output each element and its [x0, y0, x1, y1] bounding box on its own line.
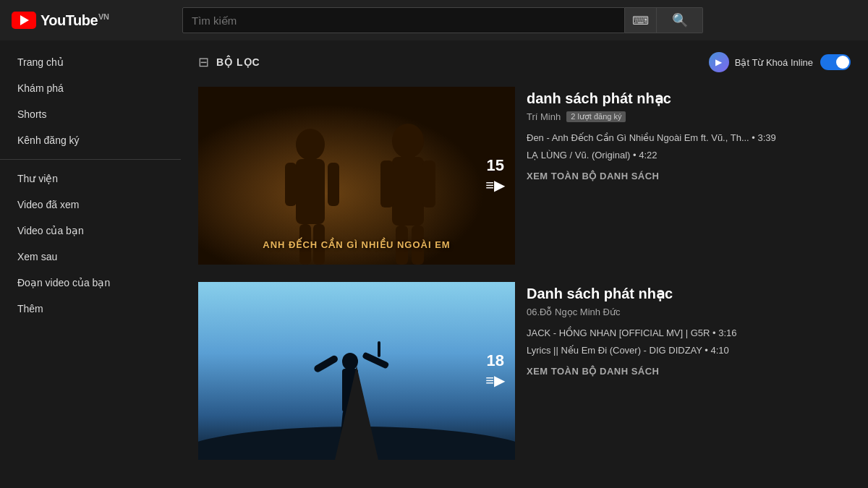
sidebar-item-xem-sau[interactable]: Xem sau: [0, 244, 181, 270]
yt-play-icon: [12, 12, 36, 29]
header: YouTubeVN ⌨ 🔍: [0, 0, 868, 40]
svg-point-15: [342, 353, 358, 370]
search-bar: [182, 7, 625, 33]
svg-rect-4: [328, 163, 339, 206]
toggle-knob: [836, 56, 849, 69]
count-number-2: 18: [486, 353, 503, 369]
playlist-title-2[interactable]: Danh sách phát nhạc: [527, 285, 851, 302]
svg-rect-2: [296, 159, 325, 224]
channel-row-2: 06.Đỗ Ngọc Minh Đức: [527, 307, 851, 317]
youtube-logo[interactable]: YouTubeVN: [12, 12, 109, 29]
filter-icon: ⊟: [198, 54, 209, 70]
track-item-2-1: Lyrics || Nếu Em Đi (Cover) - DIG DIDZAY…: [527, 343, 851, 358]
inline-badge: ▶ Bật Từ Khoá Inline: [709, 52, 813, 72]
inline-toggle[interactable]: [820, 54, 851, 70]
sidebar: Trang chủ Khám phá Shorts Kênh đăng ký T…: [0, 40, 181, 488]
play-triangle: [20, 15, 29, 25]
svg-rect-10: [422, 160, 435, 207]
svg-rect-19: [378, 341, 380, 357]
sidebar-item-kenh-dang-ky[interactable]: Kênh đăng ký: [0, 127, 181, 153]
playlist-icon-2: ≡▶: [485, 372, 505, 389]
thumb-overlay-text-1: ANH ĐẾCH CẦN GÌ NHIỀU NGOÀI EM: [198, 239, 515, 250]
keyboard-icon: ⌨: [632, 14, 649, 27]
thumb-image-1: [198, 87, 515, 265]
sidebar-item-video-cua-ban[interactable]: Video của bạn: [0, 218, 181, 244]
filter-label: BỘ LỌC: [216, 56, 260, 68]
channel-row-1: Trí Minh 2 lượt đăng ký: [527, 111, 851, 122]
track-item-1-0: Đen - Anh Đếch Cần Gì Nhiều Ngoài Em ft.…: [527, 131, 851, 145]
subscriber-badge-1: 2 lượt đăng ký: [566, 111, 626, 122]
search-input[interactable]: [192, 14, 616, 27]
keyboard-button[interactable]: ⌨: [625, 7, 657, 33]
thumbnail-2[interactable]: 18 ≡▶: [198, 282, 515, 460]
svg-rect-9: [380, 160, 393, 207]
thumb-image-2: [198, 282, 515, 460]
view-all-btn-1[interactable]: XEM TOÀN BỘ DANH SÁCH: [527, 171, 851, 181]
svg-rect-16: [342, 369, 358, 412]
sidebar-item-video-da-xem[interactable]: Video đã xem: [0, 192, 181, 218]
playlist-info-1: danh sách phát nhạc Trí Minh 2 lượt đăng…: [527, 87, 851, 265]
sidebar-item-kham-pha[interactable]: Khám phá: [0, 75, 181, 101]
search-button[interactable]: 🔍: [657, 7, 703, 33]
count-number-1: 15: [486, 158, 503, 174]
svg-rect-3: [285, 163, 297, 206]
svg-point-1: [296, 129, 325, 160]
track-item-2-0: JACK - HỒNG NHAN [OFFICIAL MV] | G5R • 3…: [527, 326, 851, 341]
view-all-btn-2[interactable]: XEM TOÀN BỘ DANH SÁCH: [527, 366, 851, 377]
playlist-count-1: 15 ≡▶: [485, 158, 505, 194]
sidebar-divider-1: [0, 159, 181, 160]
sidebar-item-them[interactable]: Thêm: [0, 296, 181, 322]
sidebar-item-thu-vien[interactable]: Thư viện: [0, 166, 181, 192]
playlist-card-1: ANH ĐẾCH CẦN GÌ NHIỀU NGOÀI EM 15 ≡▶ dan…: [198, 87, 851, 265]
track-list-1: Đen - Anh Đếch Cần Gì Nhiều Ngoài Em ft.…: [527, 131, 851, 162]
main-content: ⊟ BỘ LỌC ▶ Bật Từ Khoá Inline: [181, 40, 868, 488]
yt-wordmark: YouTubeVN: [41, 12, 109, 29]
search-icon: 🔍: [672, 12, 688, 28]
logo-area: YouTubeVN: [12, 12, 171, 29]
thumbnail-1[interactable]: ANH ĐẾCH CẦN GÌ NHIỀU NGOÀI EM 15 ≡▶: [198, 87, 515, 265]
channel-name-2[interactable]: 06.Đỗ Ngọc Minh Đức: [527, 307, 620, 317]
filter-right: ▶ Bật Từ Khoá Inline: [709, 52, 851, 72]
svg-rect-8: [392, 157, 424, 226]
playlist-info-2: Danh sách phát nhạc 06.Đỗ Ngọc Minh Đức …: [527, 282, 851, 460]
sidebar-item-doan-video-cua-ban[interactable]: Đoạn video của bạn: [0, 270, 181, 296]
filter-bar: ⊟ BỘ LỌC ▶ Bật Từ Khoá Inline: [198, 52, 851, 72]
playlist-card-2: 18 ≡▶ Danh sách phát nhạc 06.Đỗ Ngọc Min…: [198, 282, 851, 460]
inline-avatar: ▶: [709, 52, 729, 72]
svg-rect-21: [352, 411, 362, 448]
filter-left: ⊟ BỘ LỌC: [198, 54, 260, 70]
svg-point-7: [392, 124, 424, 158]
playlist-count-2: 18 ≡▶: [485, 353, 505, 389]
svg-rect-0: [198, 87, 515, 265]
sidebar-item-shorts[interactable]: Shorts: [0, 101, 181, 127]
track-item-1-1: LẠ LÙNG / Vũ. (Original) • 4:22: [527, 148, 851, 163]
sidebar-item-trang-chu[interactable]: Trang chủ: [0, 49, 181, 75]
channel-name-1[interactable]: Trí Minh: [527, 111, 561, 122]
inline-text: Bật Từ Khoá Inline: [735, 57, 813, 68]
track-list-2: JACK - HỒNG NHAN [OFFICIAL MV] | G5R • 3…: [527, 326, 851, 357]
playlist-icon-1: ≡▶: [485, 176, 505, 194]
playlist-title-1[interactable]: danh sách phát nhạc: [527, 90, 851, 107]
search-area: ⌨ 🔍: [182, 7, 703, 33]
